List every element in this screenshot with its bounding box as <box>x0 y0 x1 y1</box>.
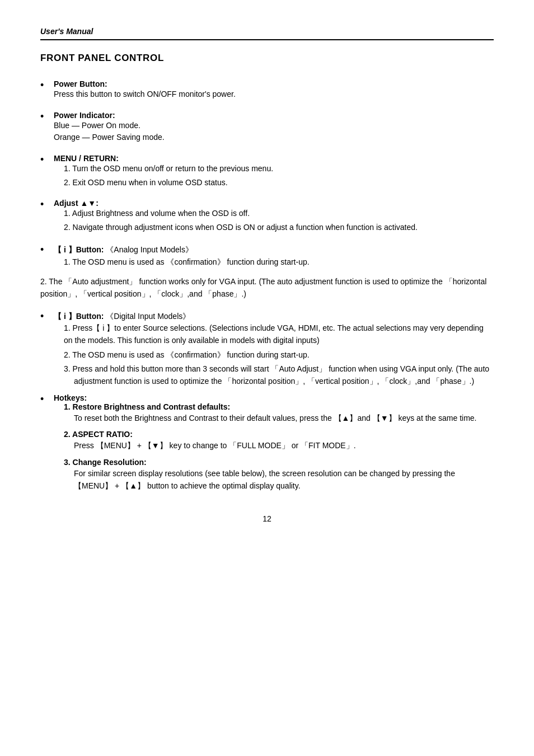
bullet-i-digital: • 【 i 】Button: 《Digital Input Models》 1.… <box>40 311 494 388</box>
hotkeys-restore: 1. Restore Brightness and Contrast defau… <box>64 402 494 425</box>
bullet-power-button: • Power Button: Press this button to swi… <box>40 79 494 101</box>
i-digital-label: 【 i 】Button: <box>54 312 104 321</box>
hotkeys-restore-title: 1. Restore Brightness and Contrast defau… <box>64 402 494 411</box>
hotkeys-aspect-title: 2. ASPECT RATIO: <box>64 430 494 439</box>
i-analog-items: 1. The OSD menu is used as 《confirmation… <box>54 256 494 269</box>
hotkeys-restore-text: To reset both the Brightness and Contras… <box>64 412 494 425</box>
i-analog-item1: 1. The OSD menu is used as 《confirmation… <box>64 256 494 269</box>
bullet-dot-5: • <box>40 244 44 256</box>
menu-return-numbered: 1. Turn the OSD menu on/off or return to… <box>54 163 494 189</box>
page-number: 12 <box>40 514 494 523</box>
bullet-power-button-content: Power Button: Press this button to switc… <box>50 79 494 101</box>
i-digital-item3: 3. Press and hold this button more than … <box>64 363 494 387</box>
hotkeys-resolution-text: For similar screen display resolutions (… <box>64 468 494 492</box>
hotkeys-resolution-title: 3. Change Resolution: <box>64 458 494 467</box>
menu-return-item1: 1. Turn the OSD menu on/off or return to… <box>64 163 494 175</box>
bullet-hotkeys: • Hotkeys: 1. Restore Brightness and Con… <box>40 393 494 492</box>
adjust-item2: 2. Navigate through adjustment icons whe… <box>64 222 494 234</box>
bullet-i-digital-content: 【 i 】Button: 《Digital Input Models》 1. P… <box>50 311 494 388</box>
i-digital-subtitle: 《Digital Input Models》 <box>106 312 190 321</box>
menu-return-item2: 2. Exit OSD menu when in volume OSD stat… <box>64 177 494 189</box>
power-indicator-label: Power Indicator: <box>54 111 115 120</box>
bullet-menu-return: • MENU / RETURN: 1. Turn the OSD menu on… <box>40 154 494 189</box>
hotkeys-label: Hotkeys: <box>54 393 87 402</box>
bullet-dot-6: • <box>40 311 44 323</box>
header-title: User's Manual <box>40 27 494 36</box>
bullet-dot-3: • <box>40 154 44 166</box>
power-indicator-blue: Blue — Power On mode. <box>54 121 140 130</box>
bullet-menu-return-content: MENU / RETURN: 1. Turn the OSD menu on/o… <box>50 154 494 189</box>
bullet-power-indicator: • Power Indicator: Blue — Power On mode.… <box>40 111 494 144</box>
bullet-power-indicator-content: Power Indicator: Blue — Power On mode. O… <box>50 111 494 144</box>
menu-return-label: MENU / RETURN: <box>54 154 119 163</box>
adjust-numbered: 1. Adjust Brightness and volume when the… <box>54 208 494 233</box>
bullet-hotkeys-content: Hotkeys: 1. Restore Brightness and Contr… <box>50 393 494 492</box>
adjust-label: Adjust ▲▼: <box>54 199 99 208</box>
hotkeys-resolution: 3. Change Resolution: For similar screen… <box>64 458 494 492</box>
i-digital-items: 1. Press【 i 】to enter Source selections.… <box>54 322 494 387</box>
bullet-dot-7: • <box>40 393 44 406</box>
bullet-adjust: • Adjust ▲▼: 1. Adjust Brightness and vo… <box>40 199 494 233</box>
bullet-dot: • <box>40 79 44 92</box>
i-digital-item1: 1. Press【 i 】to enter Source selections.… <box>64 322 494 346</box>
i-analog-label: 【 i 】Button: <box>54 245 104 254</box>
bullet-i-analog: • 【 i 】Button: 《Analog Input Models》 1. … <box>40 244 494 268</box>
adjust-item1: 1. Adjust Brightness and volume when the… <box>64 208 494 220</box>
section-title: FRONT PANEL CONTROL <box>40 53 494 64</box>
header-rule <box>40 39 494 40</box>
bullet-adjust-content: Adjust ▲▼: 1. Adjust Brightness and volu… <box>50 199 494 233</box>
hotkeys-sub-sections: 1. Restore Brightness and Contrast defau… <box>54 402 494 492</box>
power-button-label: Power Button: <box>54 79 107 88</box>
i-analog-item2: 2. The 「Auto adjustment」 function works … <box>40 276 494 300</box>
bullet-i-analog-content: 【 i 】Button: 《Analog Input Models》 1. Th… <box>50 244 494 268</box>
power-button-text: Press this button to switch ON/OFF monit… <box>54 90 236 98</box>
bullet-dot-2: • <box>40 111 44 123</box>
i-digital-item2: 2. The OSD menu is used as 《confirmation… <box>64 349 494 361</box>
hotkeys-aspect-text: Press 【MENU】 + 【▼】 key to change to 「FUL… <box>64 440 494 452</box>
bullet-dot-4: • <box>40 199 44 211</box>
page-container: User's Manual FRONT PANEL CONTROL • Powe… <box>0 0 534 557</box>
power-indicator-orange: Orange — Power Saving mode. <box>54 133 165 142</box>
i-analog-subtitle: 《Analog Input Models》 <box>106 245 193 254</box>
hotkeys-aspect: 2. ASPECT RATIO: Press 【MENU】 + 【▼】 key … <box>64 430 494 452</box>
